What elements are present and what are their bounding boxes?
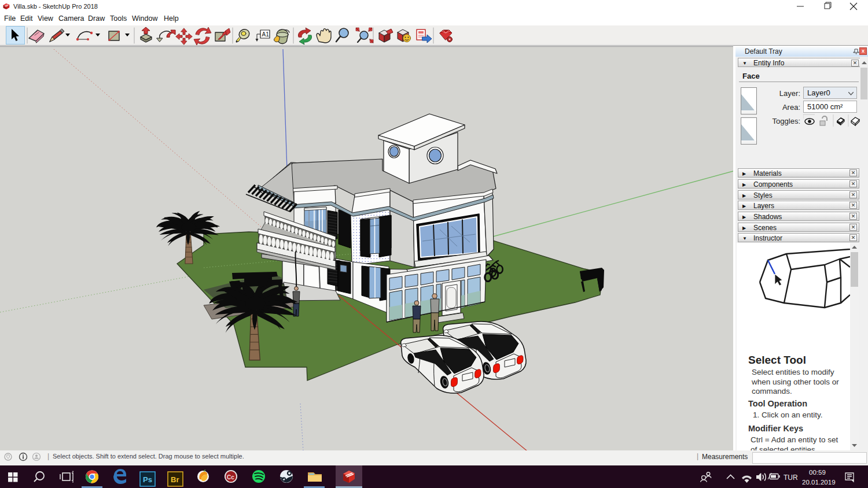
svg-text:Ps: Ps xyxy=(143,475,152,484)
svg-text:A1: A1 xyxy=(262,31,270,38)
svg-text:20.01.2019: 20.01.2019 xyxy=(802,479,836,486)
svg-text:00:59: 00:59 xyxy=(809,469,826,476)
svg-text:Br: Br xyxy=(171,475,179,484)
svg-text:TUR: TUR xyxy=(784,474,798,482)
svg-text:Cc: Cc xyxy=(227,474,234,480)
